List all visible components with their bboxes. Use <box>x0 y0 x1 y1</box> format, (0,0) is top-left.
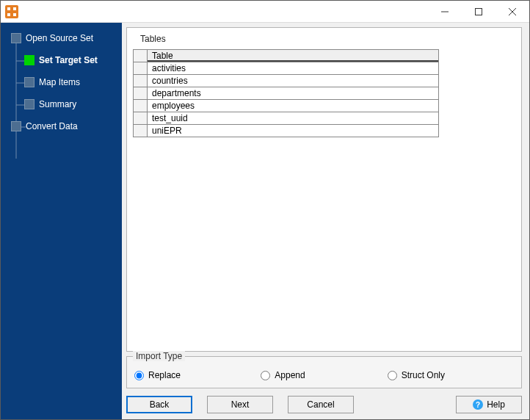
import-type-radio-replace[interactable] <box>134 371 144 380</box>
table-cell[interactable]: test_uuid <box>147 112 439 125</box>
titlebar <box>1 1 529 23</box>
maximize-button[interactable] <box>462 1 495 23</box>
table-row[interactable]: uniEPR <box>133 125 439 137</box>
back-button[interactable]: Back <box>126 396 192 413</box>
step-indicator-icon <box>11 33 21 43</box>
table-cell[interactable]: activities <box>147 62 439 75</box>
back-button-label: Back <box>150 399 170 410</box>
help-button[interactable]: ? Help <box>456 396 522 413</box>
wizard-window: Open Source SetSet Target SetMap ItemsSu… <box>0 0 530 420</box>
svg-rect-1 <box>476 8 482 15</box>
table-row[interactable]: activities <box>133 62 439 75</box>
help-button-label: Help <box>487 399 505 410</box>
wizard-step-label: Map Items <box>39 77 80 87</box>
wizard-step-set-target-set[interactable]: Set Target Set <box>1 52 122 68</box>
grid-corner <box>133 49 148 62</box>
row-header[interactable] <box>133 99 148 112</box>
table-row[interactable]: test_uuid <box>133 112 439 125</box>
wizard-button-bar: Back Next Cancel ? Help <box>126 396 522 413</box>
import-type-append[interactable]: Append <box>261 370 387 380</box>
wizard-step-summary[interactable]: Summary <box>1 96 122 112</box>
import-type-structonly[interactable]: Struct Only <box>388 370 514 380</box>
table-cell[interactable]: countries <box>147 74 439 87</box>
table-row[interactable]: countries <box>133 75 439 87</box>
wizard-step-label: Open Source Set <box>26 33 93 43</box>
import-type-legend: Import Type <box>133 351 185 361</box>
app-icon <box>5 5 18 18</box>
wizard-main-panel: Tables Table activitiescountriesdepartme… <box>122 23 529 419</box>
step-indicator-icon <box>11 121 21 131</box>
wizard-step-label: Summary <box>39 99 76 109</box>
import-type-radio-structonly[interactable] <box>388 371 397 380</box>
tables-grid[interactable]: Table activitiescountriesdepartmentsempl… <box>133 50 439 137</box>
import-type-replace[interactable]: Replace <box>134 370 261 380</box>
row-header[interactable] <box>133 62 148 75</box>
import-type-label: Struct Only <box>402 370 445 380</box>
cancel-button-label: Cancel <box>307 399 334 410</box>
close-button[interactable] <box>495 1 529 23</box>
table-cell[interactable]: uniEPR <box>147 124 439 137</box>
wizard-step-label: Convert Data <box>26 121 78 131</box>
cancel-button[interactable]: Cancel <box>288 396 354 413</box>
import-type-label: Append <box>275 370 305 380</box>
minimize-button[interactable] <box>428 1 462 23</box>
row-header[interactable] <box>133 87 148 100</box>
import-type-group: Import Type ReplaceAppendStruct Only <box>126 356 522 388</box>
next-button-label: Next <box>231 399 250 410</box>
wizard-steps-sidebar: Open Source SetSet Target SetMap ItemsSu… <box>1 23 122 419</box>
wizard-step-open-source-set[interactable]: Open Source Set <box>1 30 122 46</box>
table-cell[interactable]: departments <box>147 87 439 100</box>
wizard-step-label: Set Target Set <box>39 55 98 65</box>
table-row[interactable]: employees <box>133 100 439 112</box>
row-header[interactable] <box>133 124 148 137</box>
step-indicator-icon <box>24 99 35 109</box>
tables-panel: Tables Table activitiescountriesdepartme… <box>126 27 522 352</box>
import-type-radio-append[interactable] <box>261 371 270 380</box>
import-type-label: Replace <box>148 370 181 380</box>
grid-column-header[interactable]: Table <box>147 49 439 62</box>
table-row[interactable]: departments <box>133 87 439 100</box>
next-button[interactable]: Next <box>207 396 273 413</box>
table-cell[interactable]: employees <box>147 99 439 112</box>
wizard-step-convert-data[interactable]: Convert Data <box>1 118 122 134</box>
row-header[interactable] <box>133 112 148 125</box>
step-indicator-icon <box>24 77 35 87</box>
help-icon: ? <box>473 399 483 410</box>
step-indicator-icon <box>24 55 35 65</box>
row-header[interactable] <box>133 74 148 87</box>
tables-label: Tables <box>140 34 512 44</box>
wizard-step-map-items[interactable]: Map Items <box>1 74 122 90</box>
